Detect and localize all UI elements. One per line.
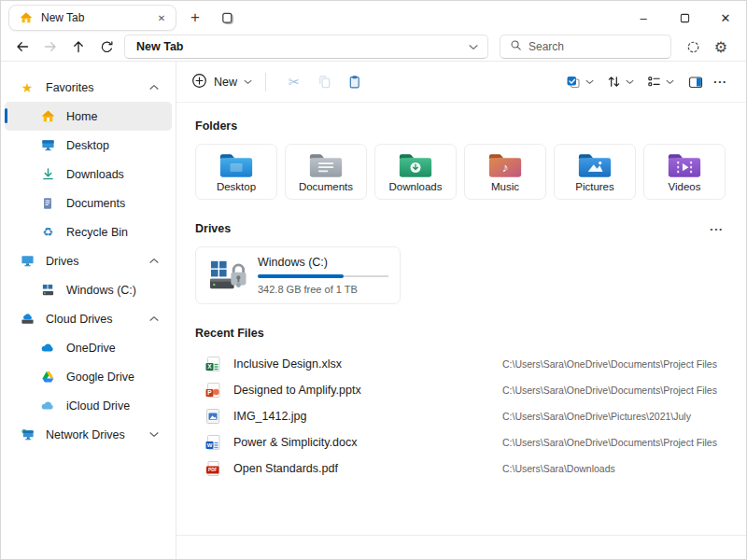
google-drive-icon [40,370,55,385]
documents-folder-icon [307,151,345,180]
sidebar-item-onedrive[interactable]: OneDrive [5,333,172,362]
tab-close-icon[interactable]: ✕ [153,9,170,26]
navigation-bar: New Tab ⚙ [1,35,746,62]
close-button[interactable]: ✕ [705,1,746,35]
drive-usage-fill [258,274,344,278]
drives-section-title: Drives [195,222,231,235]
drives-more-icon[interactable]: ••• [707,225,727,233]
sidebar-item-icloud-drive[interactable]: iCloud Drive [5,391,172,420]
sidebar-group-cloud-drives[interactable]: Cloud Drives [5,304,172,333]
desktop-icon [40,138,55,153]
download-icon [40,167,55,182]
settings-gear-icon[interactable]: ⚙ [707,35,735,59]
copy-icon[interactable] [309,68,339,96]
sort-button[interactable] [600,68,641,96]
sidebar-item-recycle-bin[interactable]: ♻ Recycle Bin [5,217,172,246]
folder-card-pictures[interactable]: Pictures [554,144,636,200]
folder-card-downloads[interactable]: Downloads [374,144,457,200]
sidebar-item-downloads[interactable]: Downloads [5,160,172,189]
home-content: Folders Desktop [176,103,746,535]
sidebar-item-desktop[interactable]: Desktop [5,131,172,160]
maximize-button[interactable] [664,1,705,35]
chevron-up-icon[interactable] [149,84,159,91]
svg-text:PDF: PDF [208,468,217,472]
excel-file-icon: X [204,356,221,372]
svg-text:W: W [207,442,213,448]
sidebar-group-favorites[interactable]: ★ Favorites [5,73,172,102]
new-tab-button[interactable]: + [182,6,208,30]
file-explorer-window: New Tab ✕ + – ✕ New Tab [0,0,747,560]
chevron-down-icon[interactable] [149,431,159,438]
svg-text:♪: ♪ [502,161,509,175]
focus-session-icon[interactable] [679,35,707,59]
powerpoint-file-icon: P [204,382,221,399]
file-row-pdf[interactable]: PDF Open Standards.pdf C:\Users\Sara\Dow… [195,455,727,482]
monitor-icon [20,254,35,269]
sidebar-item-home[interactable]: Home [5,102,172,131]
recent-files-section-title: Recent Files [195,327,727,340]
forward-icon[interactable] [36,35,64,59]
minimize-button[interactable]: – [623,1,664,35]
titlebar: New Tab ✕ + – ✕ [1,1,746,35]
folder-card-videos[interactable]: Videos [643,144,726,200]
file-row-pptx[interactable]: P Designed to Amplify.pptx C:\Users\Sara… [195,377,727,403]
network-drive-icon [20,427,35,442]
search-input[interactable] [529,40,661,53]
chevron-down-icon[interactable] [469,44,478,50]
address-bar[interactable]: New Tab [124,35,488,59]
bitlocker-drive-icon [207,258,248,293]
document-icon [40,196,55,211]
status-bar [176,535,746,559]
file-row-docx[interactable]: W Power & Simplicity.docx C:\Users\Sara\… [195,429,727,455]
chevron-up-icon[interactable] [149,258,159,264]
home-icon [40,109,55,124]
paste-icon[interactable] [339,68,369,96]
home-icon [19,10,34,25]
onedrive-icon [40,341,55,356]
drive-name: Windows (C:) [258,256,388,269]
window-controls: – ✕ [623,1,746,35]
videos-folder-icon [666,151,703,180]
downloads-folder-icon [397,151,434,180]
hard-drive-icon [40,283,55,298]
back-icon[interactable] [8,35,36,59]
more-options-icon[interactable]: ••• [711,77,731,86]
sidebar-group-drives[interactable]: Drives [5,246,172,275]
search-box[interactable] [500,35,671,59]
tab-new-tab[interactable]: New Tab ✕ [8,5,176,31]
drives-section-header: Drives ••• [195,222,727,235]
up-icon[interactable] [64,35,92,59]
folders-section-title: Folders [195,119,727,133]
refresh-icon[interactable] [92,35,120,59]
cloud-drive-icon [20,312,35,327]
pdf-file-icon: PDF [204,460,221,477]
folder-card-desktop[interactable]: Desktop [195,144,277,200]
svg-text:X: X [207,363,212,370]
view-button[interactable] [641,68,681,96]
star-icon: ★ [20,80,35,95]
recycle-bin-icon: ♻ [40,225,55,240]
drive-card-windows-c[interactable]: Windows (C:) 342.8 GB free of 1 TB [195,246,401,304]
folder-card-music[interactable]: ♪ Music [464,144,546,200]
search-icon [510,38,522,55]
file-row-jpg[interactable]: IMG_1412.jpg C:\Users\Sara\OneDrive\Pict… [195,403,727,429]
cut-icon[interactable]: ✂ [279,68,309,96]
sidebar: ★ Favorites Home Desktop Do [1,62,176,559]
tab-list-icon[interactable] [214,6,240,30]
folders-row: Desktop Documents [195,144,727,200]
new-button[interactable]: New [191,73,252,91]
command-bar: New ✂ [176,62,746,103]
details-pane-icon[interactable] [681,68,711,96]
chevron-up-icon[interactable] [149,315,159,322]
sidebar-item-windows-c[interactable]: Windows (C:) [5,275,172,304]
select-button[interactable] [559,68,600,96]
address-value: New Tab [136,40,183,53]
file-row-xlsx[interactable]: X Inclusive Design.xlsx C:\Users\Sara\On… [195,351,727,377]
sidebar-item-google-drive[interactable]: Google Drive [5,362,172,391]
divider [265,73,266,91]
sidebar-group-network-drives[interactable]: Network Drives [5,420,172,449]
folder-card-documents[interactable]: Documents [285,144,367,200]
icloud-drive-icon [40,399,55,413]
sidebar-item-documents[interactable]: Documents [5,189,172,217]
word-file-icon: W [204,434,221,451]
